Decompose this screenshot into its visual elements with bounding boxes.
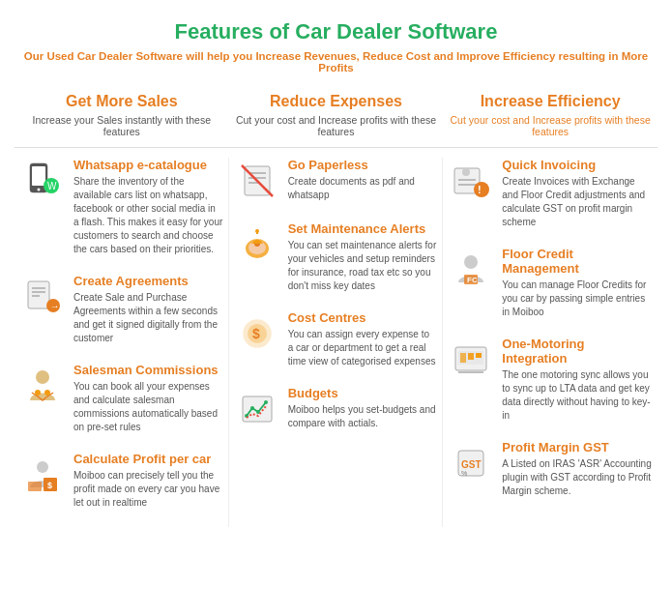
budgets-title: Budgets xyxy=(288,386,438,400)
budgets-text: Budgets Moiboo helps you set-budgets and… xyxy=(288,386,438,430)
cost-title: Cost Centres xyxy=(288,310,438,325)
col2-title: Reduce Expenses xyxy=(230,93,442,110)
whatsapp-title: Whatsapp e-catalogue xyxy=(73,158,223,172)
gst-title: Profit Margin GST xyxy=(502,440,653,455)
col1-desc: Increase your Sales instantly with these… xyxy=(15,114,227,137)
feature-profit: $ Calculate Profit per car Moiboo can pr… xyxy=(19,452,223,510)
svg-rect-15 xyxy=(28,482,42,491)
svg-text:W: W xyxy=(47,181,57,191)
svg-text:→: → xyxy=(50,301,60,311)
feature-paperless: Go Paperless Create documents as pdf and… xyxy=(234,158,438,204)
col1-title: Get More Sales xyxy=(15,93,227,110)
feature-salesman: Salesman Commissions You can book all yo… xyxy=(19,363,223,434)
feature-whatsapp: W Whatsapp e-catalogue Share the invento… xyxy=(19,158,223,256)
svg-rect-49 xyxy=(476,353,482,358)
column-2: Go Paperless Create documents as pdf and… xyxy=(229,158,444,527)
column-1: W Whatsapp e-catalogue Share the invento… xyxy=(15,158,229,527)
feature-budgets: Budgets Moiboo helps you set-budgets and… xyxy=(234,386,438,432)
maintenance-title: Set Maintenance Alerts xyxy=(288,221,438,236)
svg-rect-48 xyxy=(468,353,474,360)
motoring-icon xyxy=(448,337,494,383)
paperless-icon xyxy=(234,158,280,204)
svg-point-37 xyxy=(462,168,470,176)
profit-title: Calculate Profit per car xyxy=(73,452,223,466)
svg-text:$: $ xyxy=(252,326,260,341)
maintenance-icon xyxy=(234,221,280,268)
svg-rect-47 xyxy=(460,353,466,363)
feature-floor-credit: FC Floor Credit Management You can manag… xyxy=(448,247,653,319)
floor-credit-text: Floor Credit Management You can manage F… xyxy=(502,247,653,319)
floor-credit-title: Floor Credit Management xyxy=(502,247,653,276)
profit-icon: $ xyxy=(19,452,66,498)
motoring-text: One-Motoring Integration The one motorin… xyxy=(502,337,653,423)
col3-desc: Cut your cost and Increase profits with … xyxy=(444,114,656,137)
feature-gst: GST % Profit Margin GST A Listed on IRAS… xyxy=(448,440,653,498)
col3-header: Increase Efficiency Cut your cost and In… xyxy=(444,93,656,137)
agreements-icon: → xyxy=(19,274,66,320)
col1-header: Get More Sales Increase your Sales insta… xyxy=(15,93,227,137)
svg-point-33 xyxy=(250,406,254,410)
whatsapp-desc: Share the inventory of the available car… xyxy=(73,175,223,256)
cost-text: Cost Centres You can assign every expens… xyxy=(288,310,438,368)
agreements-desc: Create Sale and Purchase Agreements with… xyxy=(73,291,223,345)
svg-point-2 xyxy=(38,189,41,191)
gst-icon: GST % xyxy=(448,440,494,486)
feature-cost: $ Cost Centres You can assign every expe… xyxy=(234,310,438,368)
svg-point-13 xyxy=(44,390,50,396)
svg-text:!: ! xyxy=(478,184,482,195)
agreements-text: Create Agreements Create Sale and Purcha… xyxy=(73,274,223,345)
gst-text: Profit Margin GST A Listed on IRAS 'ASR'… xyxy=(502,440,653,498)
col2-header: Reduce Expenses Cut your cost and Increa… xyxy=(230,93,442,137)
svg-point-40 xyxy=(474,182,489,197)
whatsapp-text: Whatsapp e-catalogue Share the inventory… xyxy=(73,158,223,256)
svg-point-12 xyxy=(35,390,41,396)
salesman-title: Salesman Commissions xyxy=(73,363,223,377)
svg-text:FC: FC xyxy=(467,276,478,284)
feature-motoring: One-Motoring Integration The one motorin… xyxy=(448,337,653,423)
profit-desc: Moiboo can precisely tell you the profit… xyxy=(73,469,223,510)
maintenance-desc: You can set maintenance alerts for your … xyxy=(288,239,438,293)
salesman-icon xyxy=(19,363,66,409)
invoicing-title: Quick Invoicing xyxy=(502,158,653,172)
invoicing-text: Quick Invoicing Create Invoices with Exc… xyxy=(502,158,653,229)
page-title: Features of Car Dealer Software xyxy=(15,19,657,44)
svg-point-27 xyxy=(255,229,259,233)
motoring-desc: The one motoring sync allows you to sync… xyxy=(502,368,653,423)
column-3: ! Quick Invoicing Create Invoices with E… xyxy=(443,158,657,527)
agreements-title: Create Agreements xyxy=(73,274,223,288)
feature-maintenance: Set Maintenance Alerts You can set maint… xyxy=(234,221,438,293)
paperless-desc: Create documents as pdf and whatsapp xyxy=(288,175,438,202)
svg-text:%: % xyxy=(461,470,467,477)
feature-agreements: → Create Agreements Create Sale and Purc… xyxy=(19,274,223,345)
paperless-title: Go Paperless xyxy=(288,158,438,172)
budgets-desc: Moiboo helps you set-budgets and compare… xyxy=(288,403,438,430)
salesman-desc: You can book all your expenses and calcu… xyxy=(73,380,223,434)
svg-point-42 xyxy=(464,255,478,269)
svg-point-14 xyxy=(37,461,48,473)
col2-desc: Cut your cost and Increase profits with … xyxy=(230,114,442,137)
budgets-icon xyxy=(234,386,280,432)
floor-credit-desc: You can manage Floor Credits for you car… xyxy=(502,279,653,319)
paperless-text: Go Paperless Create documents as pdf and… xyxy=(288,158,438,202)
profit-text: Calculate Profit per car Moiboo can prec… xyxy=(73,452,223,510)
salesman-text: Salesman Commissions You can book all yo… xyxy=(73,363,223,434)
svg-point-11 xyxy=(36,370,49,384)
cost-desc: You can assign every expense to a car or… xyxy=(288,328,438,368)
svg-text:GST: GST xyxy=(461,459,482,470)
maintenance-text: Set Maintenance Alerts You can set maint… xyxy=(288,221,438,293)
svg-text:$: $ xyxy=(47,481,52,490)
gst-desc: A Listed on IRAS 'ASR' Accounting plugin… xyxy=(502,457,653,498)
whatsapp-icon: W xyxy=(19,158,66,204)
cost-icon: $ xyxy=(234,310,280,357)
svg-point-35 xyxy=(264,400,268,404)
feature-invoicing: ! Quick Invoicing Create Invoices with E… xyxy=(448,158,653,229)
motoring-title: One-Motoring Integration xyxy=(502,337,653,366)
page-subtitle: Our Used Car Dealer Software will help y… xyxy=(15,50,657,73)
columns-header: Get More Sales Increase your Sales insta… xyxy=(15,93,657,148)
svg-rect-1 xyxy=(32,166,45,186)
floor-credit-icon: FC xyxy=(448,247,494,293)
svg-rect-5 xyxy=(28,281,49,308)
col3-title: Increase Efficiency xyxy=(444,93,656,110)
invoicing-desc: Create Invoices with Exchange and Floor … xyxy=(502,175,653,229)
invoicing-icon: ! xyxy=(448,158,494,204)
